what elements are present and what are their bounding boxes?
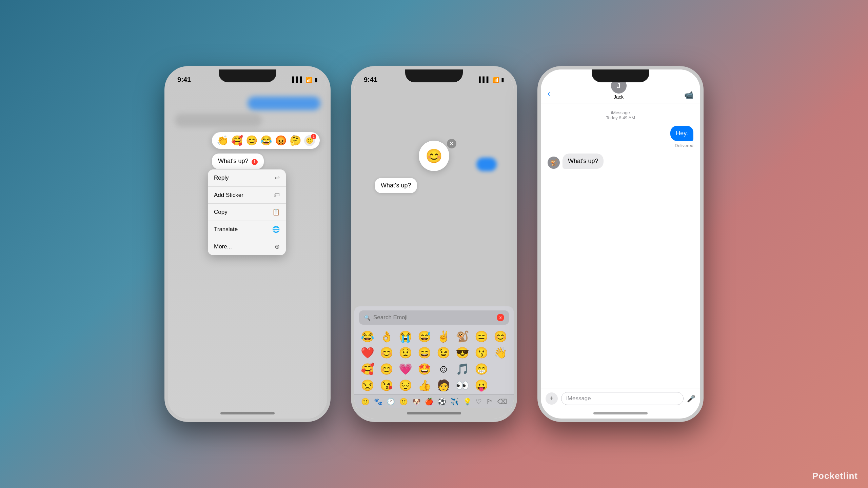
emoji-thumbsup[interactable]: 👍 bbox=[415, 378, 434, 393]
reaction-emoji-clap[interactable]: 👏 bbox=[217, 135, 229, 146]
cat-people[interactable]: 🙂 bbox=[399, 398, 408, 406]
emoji-unamused[interactable]: 😒 bbox=[358, 378, 377, 393]
emoji-laughing[interactable]: 😂 bbox=[358, 329, 377, 344]
emoji-kissing[interactable]: 😗 bbox=[472, 345, 491, 361]
emoji-beaming[interactable]: 😁 bbox=[472, 361, 491, 377]
blur-bubble-right-1 bbox=[248, 97, 320, 110]
emoji-reaction-floating: 😊 bbox=[419, 141, 449, 171]
cat-nature[interactable]: 🐶 bbox=[412, 398, 421, 406]
emoji-empty-2 bbox=[491, 378, 510, 393]
emoji-wink[interactable]: 😉 bbox=[434, 345, 453, 361]
emoji-eyes[interactable]: 👀 bbox=[453, 378, 472, 393]
emoji-heart[interactable]: ❤️ bbox=[358, 345, 377, 361]
imessage-input-field[interactable]: iMessage bbox=[561, 392, 684, 405]
emoji-star-struck[interactable]: 🤩 bbox=[415, 361, 434, 377]
reaction-emoji-laugh[interactable]: 😂 bbox=[260, 135, 272, 146]
menu-item-copy[interactable]: Copy 📋 bbox=[208, 204, 286, 221]
battery-icon-2: ▮ bbox=[501, 77, 504, 83]
emoji-blush[interactable]: 😊 bbox=[491, 329, 510, 344]
emoji-peace[interactable]: ✌️ bbox=[434, 329, 453, 344]
emoji-monkey[interactable]: 🐒 bbox=[453, 329, 472, 344]
phone-3: ‹ J Jack 📹 iMessage Today 8:49 AM Hey. D… bbox=[537, 66, 704, 422]
menu-item-translate[interactable]: Translate 🌐 bbox=[208, 221, 286, 238]
imessage-input-bar: + iMessage 🎤 bbox=[541, 388, 700, 408]
notch-2 bbox=[405, 69, 463, 82]
menu-label-copy: Copy bbox=[214, 209, 228, 216]
emoji-heart-eyes[interactable]: 🥰 bbox=[358, 361, 377, 377]
watermark-text-bold: lint bbox=[843, 471, 858, 481]
copy-icon: 📋 bbox=[272, 208, 280, 216]
mic-icon[interactable]: 🎤 bbox=[687, 394, 695, 403]
cat-sports[interactable]: ⚽ bbox=[438, 398, 446, 406]
emoji-sunglasses[interactable]: 😎 bbox=[453, 345, 472, 361]
phone1-screen: 9:41 ▌▌▌ 📶 ▮ 👏 🥰 😊 😂 😡 🤔 🙂 1 bbox=[168, 69, 327, 419]
cat-travel[interactable]: ✈️ bbox=[450, 398, 459, 406]
emoji-grid: 😂 👌 😭 😅 ✌️ 🐒 😑 😊 ❤️ 😊 😟 😄 😉 😎 😗 👋 🥰 bbox=[354, 327, 514, 394]
input-placeholder: iMessage bbox=[566, 395, 591, 402]
menu-label-reply: Reply bbox=[214, 175, 229, 181]
sender-avatar-small: 🐒 bbox=[548, 157, 560, 169]
cat-food[interactable]: 🍎 bbox=[425, 398, 433, 406]
input-plus-button[interactable]: + bbox=[546, 392, 558, 405]
reaction-emoji-think[interactable]: 🤔 bbox=[290, 135, 301, 146]
emoji-category-bar: 🙂 🐾 🕐 🙂 🐶 🍎 ⚽ ✈️ 💡 ♡ 🏳 ⌫ bbox=[354, 394, 514, 408]
reaction-plus-btn[interactable]: 🙂 1 bbox=[304, 135, 315, 146]
search-badge: 3 bbox=[497, 314, 504, 321]
cat-flags[interactable]: 🏳 bbox=[486, 398, 493, 406]
sent-text: Hey. bbox=[676, 130, 688, 137]
emoji-wave[interactable]: 👋 bbox=[491, 345, 510, 361]
emoji-kissing-heart[interactable]: 😘 bbox=[377, 378, 396, 393]
facetime-button[interactable]: 📹 bbox=[684, 91, 693, 100]
menu-label-add-sticker: Add Sticker bbox=[214, 192, 243, 199]
sent-message-row: Hey. bbox=[548, 126, 693, 141]
sent-bubble: Hey. bbox=[670, 126, 693, 141]
emoji-smile-2[interactable]: 😊 bbox=[377, 345, 396, 361]
cat-symbols[interactable]: ♡ bbox=[476, 398, 482, 406]
emoji-person[interactable]: 🧑 bbox=[434, 378, 453, 393]
back-button[interactable]: ‹ bbox=[548, 89, 550, 100]
wifi-icon-1: 📶 bbox=[306, 77, 313, 83]
signal-icon-2: ▌▌▌ bbox=[479, 77, 490, 83]
search-icon: 🔍 bbox=[364, 314, 371, 321]
emoji-sweat-smile[interactable]: 😅 bbox=[415, 329, 434, 344]
reaction-plus-badge: 1 bbox=[311, 134, 316, 139]
emoji-pensive[interactable]: 😔 bbox=[396, 378, 415, 393]
emoji-search-bar[interactable]: 🔍 Search Emoji 3 bbox=[359, 310, 509, 325]
cat-objects[interactable]: 💡 bbox=[463, 398, 472, 406]
emoji-relaxed[interactable]: ☺️ bbox=[434, 361, 453, 377]
reaction-emoji-heart-face[interactable]: 🥰 bbox=[231, 135, 243, 146]
floating-emoji: 😊 bbox=[426, 148, 442, 164]
emoji-smile-3[interactable]: 😊 bbox=[377, 361, 396, 377]
emoji-music-note[interactable]: 🎵 bbox=[453, 361, 472, 377]
battery-icon-1: ▮ bbox=[315, 77, 318, 83]
emoji-close-button[interactable]: ✕ bbox=[447, 139, 456, 148]
reaction-emoji-angry[interactable]: 😡 bbox=[275, 135, 287, 146]
imessage-body: iMessage Today 8:49 AM Hey. Delivered 🐒 … bbox=[541, 103, 700, 391]
menu-item-more[interactable]: More... ⊕ bbox=[208, 238, 286, 255]
translate-icon: 🌐 bbox=[272, 226, 280, 233]
cat-delete[interactable]: ⌫ bbox=[497, 398, 507, 406]
emoji-picker-panel: 🔍 Search Emoji 3 😂 👌 😭 😅 ✌️ 🐒 😑 😊 ❤️ 😊 😟… bbox=[354, 306, 514, 408]
home-indicator-3 bbox=[593, 412, 648, 414]
menu-item-reply[interactable]: Reply ↩ bbox=[208, 169, 286, 187]
emoji-grinning[interactable]: 😄 bbox=[415, 345, 434, 361]
signal-icon-1: ▌▌▌ bbox=[292, 77, 304, 83]
contact-name: Jack bbox=[614, 94, 624, 100]
date-time: Today 8:49 AM bbox=[606, 115, 635, 120]
reaction-emoji-smile[interactable]: 😊 bbox=[246, 135, 258, 146]
menu-item-add-sticker[interactable]: Add Sticker 🏷 bbox=[208, 187, 286, 204]
message-bubble-context: What's up? 1 bbox=[212, 154, 264, 169]
emoji-stuck-out-tongue[interactable]: 😛 bbox=[472, 378, 491, 393]
phone-1: 9:41 ▌▌▌ 📶 ▮ 👏 🥰 😊 😂 😡 🤔 🙂 1 bbox=[164, 66, 331, 422]
cat-animals[interactable]: 🐾 bbox=[374, 398, 382, 406]
emoji-worried[interactable]: 😟 bbox=[396, 345, 415, 361]
emoji-crying[interactable]: 😭 bbox=[396, 329, 415, 344]
cat-smileys[interactable]: 🙂 bbox=[361, 398, 370, 406]
emoji-ok-hand[interactable]: 👌 bbox=[377, 329, 396, 344]
emoji-expressionless[interactable]: 😑 bbox=[472, 329, 491, 344]
cat-recent[interactable]: 🕐 bbox=[387, 398, 395, 406]
notch-3 bbox=[592, 69, 649, 82]
message-bubble-2: What's up? bbox=[375, 178, 417, 193]
emoji-pink-heart[interactable]: 💗 bbox=[396, 361, 415, 377]
watermark: Pocketlint bbox=[812, 471, 858, 481]
